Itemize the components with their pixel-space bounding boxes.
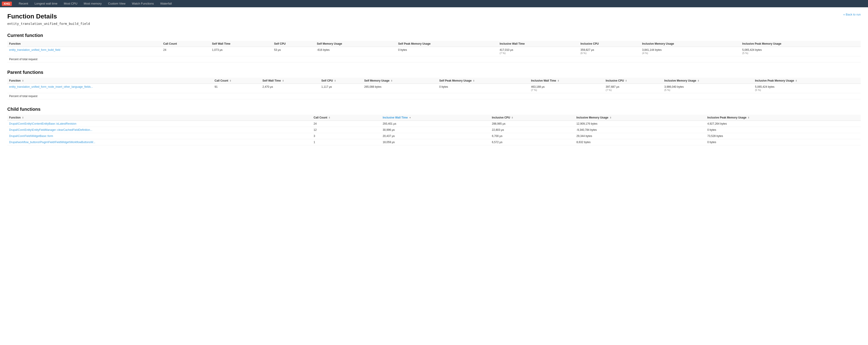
parent-functions-title: Parent functions <box>7 70 861 75</box>
page-title-block: Function Details entity_translation_unif… <box>7 13 90 31</box>
nav-custom-view[interactable]: Custom View <box>105 0 129 7</box>
col-call-count: Call Count <box>161 41 210 47</box>
pf-incl-memory: 3,986,040 bytes (5 %) <box>662 84 753 93</box>
pf-incl-peak: 5,065,424 bytes (5 %) <box>753 84 861 93</box>
pf-col-self-wall[interactable]: Self Wall Time ⇕ <box>261 78 319 84</box>
col-incl-peak-memory: Inclusive Peak Memory Usage <box>741 41 861 47</box>
child-functions-table: Function ⇕ Call Count ⇕ Inclusive Wall T… <box>7 115 861 145</box>
current-function-pct-row: Percent of total request <box>7 56 861 63</box>
pf-function-link[interactable]: entity_translation_unified_form_node_ins… <box>9 85 93 89</box>
ch-incl-peak: 0 bytes <box>706 139 861 145</box>
current-function-header-row: Function Call Count Self Wall Time Self … <box>7 41 861 47</box>
pf-col-self-memory[interactable]: Self Memory Usage ⇕ <box>362 78 437 84</box>
nav-longest-wall-time[interactable]: Longest wall time <box>31 0 60 7</box>
ch-incl-wall: 18,059 μs <box>381 139 490 145</box>
ch-fn-link[interactable]: Drupal\Core\Entity\EntityFieldManager::c… <box>9 128 92 132</box>
ch-col-incl-wall-sort: ▼ <box>409 116 411 119</box>
cf-self-memory: -616 bytes <box>315 47 396 56</box>
nav-watch-functions[interactable]: Watch Functions <box>129 0 157 7</box>
ch-fn-name: Drupal\Core\Entity\EntityFieldManager::c… <box>7 127 312 133</box>
ch-incl-wall: 293,401 μs <box>381 121 490 127</box>
pf-col-incl-memory[interactable]: Inclusive Memory Usage ⇕ <box>662 78 753 84</box>
child-function-row: Drupal\workflow_buttons\Plugin\Field\Fie… <box>7 139 861 145</box>
ch-col-incl-peak-sort: ⇕ <box>748 116 749 119</box>
pf-col-self-cpu-label: Self CPU <box>321 79 333 82</box>
ch-col-function-label: Function <box>9 116 21 119</box>
ch-col-incl-wall[interactable]: Inclusive Wall Time ▼ <box>381 115 490 121</box>
parent-function-row: entity_translation_unified_form_node_ins… <box>7 84 861 93</box>
ch-call-count: 1 <box>312 139 381 145</box>
parent-functions-table: Function ⇕ Call Count ⇕ Self Wall Time ⇕… <box>7 78 861 99</box>
ch-fn-link[interactable]: Drupal\Core\Entity\ContentEntityBase::is… <box>9 122 76 125</box>
pf-col-self-peak[interactable]: Self Peak Memory Usage ⇕ <box>437 78 529 84</box>
pf-self-peak: 0 bytes <box>437 84 529 93</box>
ch-col-incl-cpu-sort: ⇕ <box>511 116 513 119</box>
pf-col-incl-cpu[interactable]: Inclusive CPU ⇕ <box>604 78 662 84</box>
ch-fn-name: Drupal\workflow_buttons\Plugin\Field\Fie… <box>7 139 312 145</box>
ch-incl-cpu: 288,985 μs <box>490 121 575 127</box>
cf-incl-peak-memory-val: 5,065,424 bytes <box>742 48 762 51</box>
col-self-peak-memory: Self Peak Memory Usage <box>396 41 498 47</box>
ch-col-incl-cpu-label: Inclusive CPU <box>492 116 510 119</box>
pf-col-self-cpu[interactable]: Self CPU ⇕ <box>319 78 362 84</box>
nav-most-memory[interactable]: Most memory <box>81 0 105 7</box>
pf-incl-peak-val: 5,065,424 bytes <box>755 85 774 89</box>
ch-fn-link[interactable]: Drupal\Core\Field\WidgetBase::form <box>9 134 53 138</box>
pf-incl-cpu-val: 397,687 μs <box>606 85 619 89</box>
ch-col-call-count[interactable]: Call Count ⇕ <box>312 115 381 121</box>
cf-function-name: entity_translation_unified_form_build_fi… <box>7 47 161 56</box>
pf-incl-wall-pct: (7 %) <box>531 89 537 91</box>
ch-incl-wall: 20,437 μs <box>381 133 490 139</box>
function-name-display: entity_translation_unified_form_build_fi… <box>7 22 90 26</box>
ch-col-function-sort: ⇕ <box>22 116 24 119</box>
back-to-run-link[interactable]: « Back to run <box>843 13 861 16</box>
child-function-row: Drupal\Core\Entity\EntityFieldManager::c… <box>7 127 861 133</box>
current-function-row: entity_translation_unified_form_build_fi… <box>7 47 861 56</box>
col-function: Function <box>7 41 161 47</box>
ch-col-incl-memory[interactable]: Inclusive Memory Usage ⇕ <box>575 115 705 121</box>
cf-incl-wall-time: 417,010 μs (7 %) <box>498 47 579 56</box>
cf-function-link[interactable]: entity_translation_unified_form_build_fi… <box>9 48 60 51</box>
pf-call-count: 91 <box>213 84 261 93</box>
parent-header-row: Function ⇕ Call Count ⇕ Self Wall Time ⇕… <box>7 78 861 84</box>
ch-col-call-count-sort: ⇕ <box>329 116 330 119</box>
cf-incl-wall-time-pct: (7 %) <box>500 52 506 55</box>
nav-bar: XHG Recent Longest wall time Most CPU Mo… <box>0 0 868 7</box>
pf-col-call-count-label: Call Count <box>215 79 228 82</box>
ch-col-call-count-label: Call Count <box>314 116 327 119</box>
ch-call-count: 12 <box>312 127 381 133</box>
nav-waterfall[interactable]: Waterfall <box>157 0 175 7</box>
nav-recent[interactable]: Recent <box>16 0 31 7</box>
pf-col-incl-wall[interactable]: Inclusive Wall Time ⇕ <box>529 78 604 84</box>
pf-col-call-count[interactable]: Call Count ⇕ <box>213 78 261 84</box>
pf-self-cpu: 1,117 μs <box>319 84 362 93</box>
pf-col-function[interactable]: Function ⇕ <box>7 78 213 84</box>
ch-incl-peak: 73,528 bytes <box>706 133 861 139</box>
ch-col-incl-cpu[interactable]: Inclusive CPU ⇕ <box>490 115 575 121</box>
cf-incl-cpu-val: 359,827 μs <box>581 48 594 51</box>
pf-col-incl-peak[interactable]: Inclusive Peak Memory Usage ⇕ <box>753 78 861 84</box>
col-self-cpu: Self CPU <box>272 41 315 47</box>
cf-self-cpu: 53 μs <box>272 47 315 56</box>
pf-col-incl-cpu-sort: ⇕ <box>625 79 627 82</box>
ch-incl-cpu: 22,803 μs <box>490 127 575 133</box>
ch-col-incl-memory-label: Inclusive Memory Usage <box>576 116 608 119</box>
cf-self-peak-memory: 0 bytes <box>396 47 498 56</box>
pf-col-function-label: Function <box>9 79 21 82</box>
cf-self-wall-time: 1,073 μs <box>210 47 272 56</box>
ch-call-count: 3 <box>312 133 381 139</box>
current-function-table: Function Call Count Self Wall Time Self … <box>7 41 861 63</box>
nav-most-cpu[interactable]: Most CPU <box>61 0 81 7</box>
col-self-wall-time: Self Wall Time <box>210 41 272 47</box>
ch-col-function[interactable]: Function ⇕ <box>7 115 312 121</box>
cf-incl-cpu-pct: (6 %) <box>581 52 586 55</box>
ch-col-incl-peak[interactable]: Inclusive Peak Memory Usage ⇕ <box>706 115 861 121</box>
ch-fn-name: Drupal\Core\Field\WidgetBase::form <box>7 133 312 139</box>
pf-col-self-wall-sort: ⇕ <box>282 79 284 82</box>
cf-incl-memory-pct: (4 %) <box>642 52 648 55</box>
col-incl-memory: Inclusive Memory Usage <box>640 41 740 47</box>
pf-self-wall: 2,470 μs <box>261 84 319 93</box>
ch-fn-link[interactable]: Drupal\workflow_buttons\Plugin\Field\Fie… <box>9 141 95 144</box>
ch-fn-name: Drupal\Core\Entity\ContentEntityBase::is… <box>7 121 312 127</box>
cf-incl-peak-memory: 5,065,424 bytes (5 %) <box>741 47 861 56</box>
